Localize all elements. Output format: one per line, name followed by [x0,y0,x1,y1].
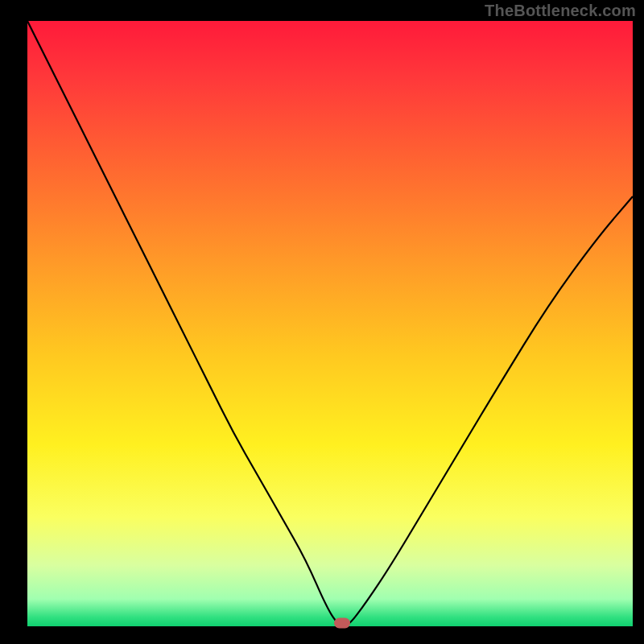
attribution-text: TheBottleneck.com [485,2,636,20]
optimum-marker [334,618,350,629]
plot-area [27,21,633,626]
chart-frame: TheBottleneck.com [0,0,644,644]
bottleneck-curve [27,21,633,626]
curve-path [27,21,633,626]
